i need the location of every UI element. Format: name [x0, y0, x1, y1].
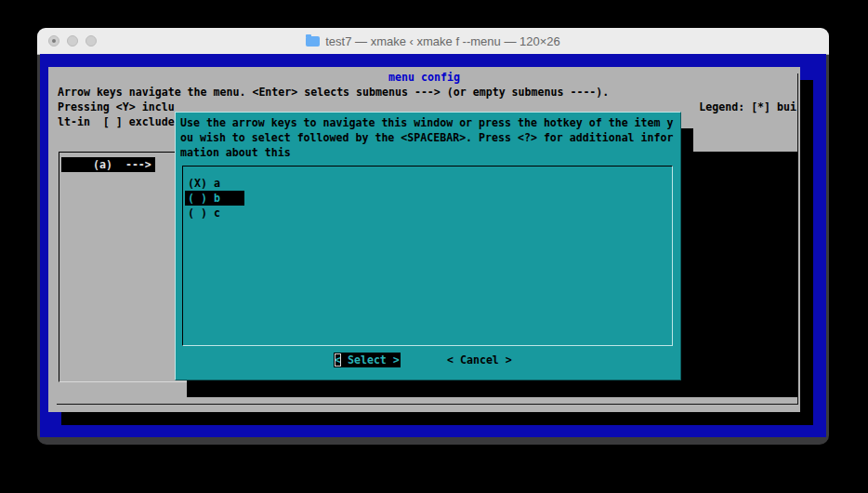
choice-help-line-1: Use the arrow keys to navigate this wind… — [180, 115, 673, 130]
select-button-label: Select > — [341, 353, 400, 366]
window-titlebar[interactable]: test7 — xmake ‹ xmake f --menu — 120×26 — [37, 28, 829, 55]
terminal-cursor: < — [335, 353, 341, 366]
help-line-1: Arrow keys navigate the menu. <Enter> se… — [58, 85, 609, 100]
radio-option-c[interactable]: ( ) c — [188, 206, 220, 220]
folder-icon — [306, 36, 320, 47]
window-title: test7 — xmake ‹ xmake f --menu — 120×26 — [37, 28, 829, 54]
choice-list-box — [182, 166, 673, 346]
help-line-3: lt-in [ ] exclude — [58, 114, 175, 129]
menu-area-right-region — [693, 152, 797, 397]
terminal-window: test7 — xmake ‹ xmake f --menu — 120×26 … — [37, 28, 829, 445]
choice-help-line-3: mation about this — [180, 145, 291, 160]
legend-text: Legend: [*] bui — [699, 100, 796, 114]
radio-option-a[interactable]: (X) a — [188, 176, 220, 191]
help-line-2: Pressing <Y> inclu — [58, 100, 175, 114]
window-title-text: test7 — xmake ‹ xmake f --menu — 120×26 — [325, 34, 560, 48]
radio-option-b-selected[interactable]: ( ) b — [185, 191, 244, 206]
terminal-screen: menu config Arrow keys navigate the menu… — [40, 54, 826, 437]
choice-help-line-2: ou wish to select followed by the <SPACE… — [180, 130, 673, 145]
choice-dialog: Use the arrow keys to navigate this wind… — [175, 112, 681, 380]
menu-item-a-selected[interactable]: (a) ---> — [61, 157, 155, 172]
dialog-right-border — [797, 73, 798, 405]
cancel-button[interactable]: < Cancel > — [447, 353, 512, 367]
dialog-title: menu config — [48, 70, 800, 85]
select-button[interactable]: < Select > — [334, 353, 401, 367]
dialog-bottom-border — [57, 404, 798, 405]
